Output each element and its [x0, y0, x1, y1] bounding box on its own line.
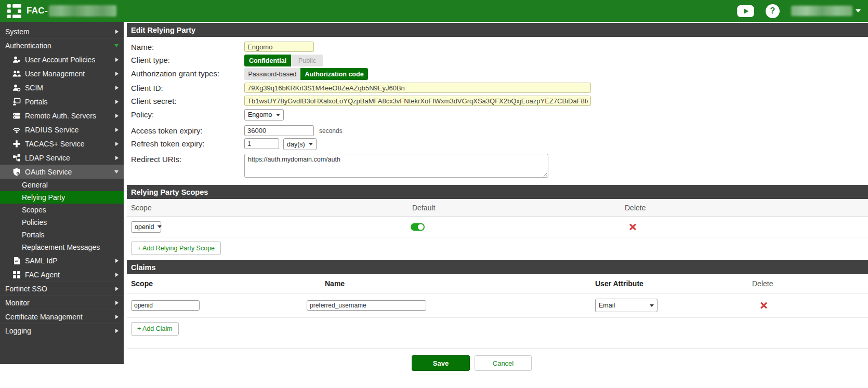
chevron-right-icon	[115, 329, 119, 333]
default-toggle-on[interactable]	[411, 223, 425, 231]
sidebar-item-label: Fortinet SSO	[5, 285, 47, 293]
chevron-down-icon	[650, 304, 654, 307]
users-icon	[12, 70, 21, 78]
scim-icon	[12, 84, 21, 92]
grant-password-button[interactable]: Password-based	[244, 68, 300, 80]
policy-label: Policy:	[131, 109, 244, 119]
scopes-table-header: Scope Default Delete	[127, 199, 868, 217]
sidebar-item-label: Certificate Management	[5, 313, 83, 321]
scope-row-select[interactable]: openid	[131, 221, 161, 233]
sidebar-item-remote-auth-servers[interactable]: Remote Auth. Servers	[0, 109, 124, 123]
claim-table-row: Email	[127, 293, 868, 318]
name-input[interactable]	[244, 42, 314, 52]
servers-icon	[12, 112, 21, 120]
fac-agent-grid-icon	[12, 271, 21, 279]
sidebar-item-label: Authentication	[5, 42, 51, 50]
sidebar-item-label: SAML IdP	[25, 257, 58, 265]
sidebar-item-policies[interactable]: Policies	[0, 216, 124, 229]
refresh-token-expiry-label: Refresh token expiry:	[131, 138, 244, 148]
sidebar-item-authentication[interactable]: Authentication	[0, 38, 124, 52]
chevron-right-icon	[115, 142, 119, 146]
add-claim-button[interactable]: + Add Claim	[131, 322, 179, 336]
claims-header: Claims	[127, 260, 868, 274]
redirect-uris-textarea[interactable]	[244, 154, 548, 178]
chevron-right-icon	[115, 273, 119, 277]
sidebar-item-oauth-service[interactable]: OAuth Service	[0, 165, 124, 179]
chevron-right-icon	[115, 30, 119, 34]
fortinet-grid-logo-icon[interactable]	[7, 4, 21, 18]
actions-divider	[127, 348, 868, 349]
chevron-down-icon	[856, 9, 861, 12]
sidebar-item-general[interactable]: General	[0, 179, 124, 191]
redacted-username	[791, 6, 852, 16]
sidebar-item-certificate-management[interactable]: Certificate Management	[0, 310, 124, 324]
help-icon[interactable]: ?	[766, 4, 780, 18]
ldap-icon	[12, 154, 21, 162]
sidebar-item-ldap-service[interactable]: LDAP Service	[0, 151, 124, 165]
edit-relying-party-header: Edit Relying Party	[127, 23, 868, 37]
relying-party-form: Name: Client type: Confidential Public A…	[127, 37, 868, 185]
sidebar-item-label: Portals	[22, 231, 45, 239]
sidebar-item-label: Remote Auth. Servers	[25, 112, 96, 120]
sidebar-item-portals[interactable]: Portals	[0, 229, 124, 241]
scopes-col-delete: Delete	[625, 204, 646, 212]
client-id-label: Client ID:	[131, 83, 244, 92]
sidebar-item-label: User Account Policies	[25, 56, 95, 64]
sidebar-item-relying-party[interactable]: Relying Party	[0, 191, 124, 204]
client-id-input[interactable]	[244, 83, 591, 93]
sidebar-item-fac-agent[interactable]: FAC Agent	[0, 267, 124, 282]
delete-claim-icon[interactable]	[760, 302, 767, 309]
sidebar-item-user-management[interactable]: User Management	[0, 66, 124, 81]
scopes-col-scope: Scope	[131, 204, 152, 212]
sidebar-item-user-account-policies[interactable]: User Account Policies	[0, 52, 124, 66]
sidebar-item-radius-service[interactable]: RADIUS Service	[0, 123, 124, 137]
grant-authcode-button[interactable]: Authorization code	[300, 68, 368, 80]
sidebar-item-label: Replacement Messages	[22, 243, 100, 251]
user-menu[interactable]	[791, 6, 861, 16]
claim-user-attribute-select[interactable]: Email	[595, 299, 657, 312]
cancel-button[interactable]: Cancel	[475, 355, 532, 371]
sidebar-item-monitor[interactable]: Monitor	[0, 296, 124, 310]
add-relying-party-scope-button[interactable]: + Add Relying Party Scope	[131, 242, 221, 255]
sidebar-item-replacement-messages[interactable]: Replacement Messages	[0, 241, 124, 253]
client-secret-input[interactable]	[244, 96, 591, 106]
save-button[interactable]: Save	[412, 355, 470, 371]
sidebar-item-saml-idp[interactable]: SAML IdP	[0, 253, 124, 267]
sidebar-item-label: TACACS+ Service	[25, 140, 85, 148]
sidebar-item-system[interactable]: System	[0, 24, 124, 38]
refresh-token-expiry-input[interactable]	[244, 138, 279, 149]
brand-text: FAC-	[27, 6, 48, 16]
sidebar-item-label: Scopes	[22, 206, 46, 214]
claims-col-name: Name	[325, 279, 345, 288]
delete-scope-icon[interactable]	[629, 223, 636, 230]
sidebar-item-scim[interactable]: SCIM	[0, 81, 124, 95]
sidebar-item-scopes[interactable]: Scopes	[0, 204, 124, 216]
client-type-label: Client type:	[131, 55, 244, 64]
sidebar-item-fortinet-sso[interactable]: Fortinet SSO	[0, 282, 124, 296]
video-tutorial-icon[interactable]	[737, 5, 754, 17]
sidebar-item-label: SCIM	[25, 84, 43, 92]
client-type-confidential-button[interactable]: Confidential	[244, 55, 291, 66]
claims-col-user-attribute: User Attribute	[595, 279, 643, 288]
claims-col-scope: Scope	[131, 279, 153, 288]
sidebar-item-label: User Management	[25, 70, 85, 78]
scopes-col-default: Default	[412, 204, 435, 212]
policy-select[interactable]: Engomo	[244, 109, 284, 121]
sidebar-item-logging[interactable]: Logging	[0, 324, 124, 338]
client-type-public-button[interactable]: Public	[291, 55, 323, 66]
claim-scope-input[interactable]	[131, 300, 200, 311]
refresh-unit-select[interactable]: day(s)	[283, 138, 317, 150]
chevron-right-icon	[115, 301, 119, 305]
portal-icon	[12, 98, 21, 106]
sidebar-item-portals[interactable]: Portals	[0, 95, 124, 109]
chevron-right-icon	[115, 58, 119, 62]
relying-party-scopes-header: Relying Party Scopes	[127, 185, 868, 199]
client-type-toggle: Confidential Public	[244, 55, 323, 66]
chevron-down-icon	[309, 143, 313, 145]
sidebar-item-label: RADIUS Service	[25, 126, 78, 134]
main-content: Edit Relying Party Name: Client type: Co…	[124, 22, 868, 371]
claim-name-input[interactable]	[307, 300, 426, 311]
sidebar-item-label: Relying Party	[22, 193, 65, 202]
sidebar-item-tacacs-service[interactable]: TACACS+ Service	[0, 137, 124, 151]
access-token-expiry-input[interactable]	[244, 125, 314, 136]
